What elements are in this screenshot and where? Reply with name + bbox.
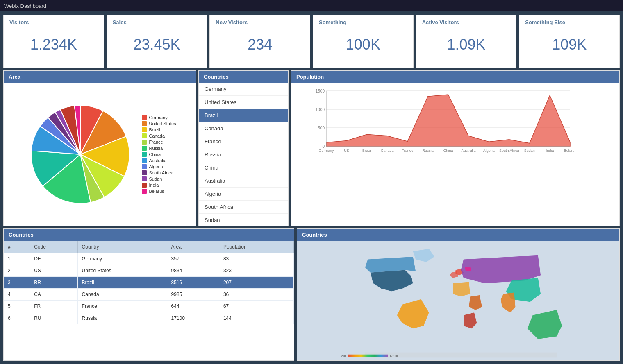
stat-value-something-else: 109K [525, 25, 614, 63]
stat-label-something-else: Something Else [525, 19, 614, 25]
stat-label-something: Something [319, 19, 407, 25]
legend-item: India [142, 183, 176, 188]
svg-text:Algeria: Algeria [483, 149, 495, 153]
stat-value-sales: 23.45K [113, 25, 201, 63]
legend-label: United States [149, 121, 176, 126]
countries-list-item[interactable]: Brazil [199, 109, 288, 122]
countries-list-header: Countries [199, 71, 288, 83]
table-cell-population: 83 [219, 253, 293, 265]
table-row[interactable]: 3 BR Brazil 8516 207 [4, 277, 294, 289]
titlebar-label: Webix Dashboard [4, 3, 46, 9]
legend-color-box [142, 189, 147, 194]
area-chart-content: Germany United States Brazil Canada Fran… [4, 83, 196, 226]
stat-card-something: Something 100K [313, 15, 414, 68]
country-greenland[interactable] [413, 249, 434, 262]
table-col-header: Area [167, 241, 219, 253]
table-cell-population: 323 [219, 265, 293, 277]
table-row[interactable]: 6 RU Russia 17100 144 [4, 312, 294, 324]
legend-label: Belarus [149, 189, 164, 194]
area-panel: Area Germany United States Brazil Canada… [3, 70, 196, 226]
stats-row: Visitors 1.234K Sales 23.45K New Visitor… [3, 15, 620, 68]
stat-card-something-else: Something Else 109K [519, 15, 620, 68]
countries-map-header: Countries [297, 229, 619, 241]
middle-row: Area Germany United States Brazil Canada… [3, 70, 620, 226]
stat-label-active-visitors: Active Visitors [422, 19, 511, 25]
legend-item: Germany [142, 115, 176, 120]
legend-label: Canada [149, 133, 165, 138]
table-col-header: # [4, 241, 30, 253]
legend-item: Brazil [142, 127, 176, 132]
svg-text:South Africa: South Africa [499, 149, 519, 153]
legend-label: Australia [149, 158, 166, 163]
legend-label: India [149, 183, 159, 188]
legend-item: Algeria [142, 164, 176, 169]
country-canada[interactable] [365, 257, 416, 273]
countries-list-item[interactable]: Russia [199, 148, 288, 161]
countries-list-item[interactable]: Australia [199, 174, 288, 188]
table-cell-num: 3 [4, 277, 30, 289]
stat-label-visitors: Visitors [9, 19, 98, 25]
countries-list-item[interactable]: France [199, 135, 288, 148]
area-panel-header: Area [4, 71, 196, 83]
legend-label: South Africa [149, 170, 173, 175]
table-row[interactable]: 2 US United States 9834 323 [4, 265, 294, 277]
countries-table-panel: Countries #CodeCountryAreaPopulation 1 D… [3, 228, 294, 361]
table-cell-area: 357 [167, 253, 219, 265]
legend-label: Brazil [149, 127, 160, 132]
legend-label: France [149, 140, 163, 145]
pie-legend: Germany United States Brazil Canada Fran… [142, 115, 176, 194]
legend-item: Russia [142, 146, 176, 151]
table-cell-area: 9834 [167, 265, 219, 277]
countries-list-item[interactable]: China [199, 161, 288, 174]
table-row[interactable]: 1 DE Germany 357 83 [4, 253, 294, 265]
countries-list-item[interactable]: Canada [199, 122, 288, 135]
population-panel-header: Population [291, 71, 619, 83]
svg-text:US: US [344, 149, 349, 153]
table-scroll[interactable]: #CodeCountryAreaPopulation 1 DE Germany … [4, 241, 294, 360]
country-south-africa[interactable] [464, 312, 477, 328]
countries-list-panel: Countries GermanyUnited StatesBrazilCana… [198, 70, 289, 226]
population-chart-area: 050010001500GermanyUSBrazilCanadaFranceR… [291, 83, 619, 226]
legend-color-box [142, 121, 147, 126]
svg-text:1500: 1500 [316, 89, 325, 93]
table-cell-population: 36 [219, 289, 293, 301]
svg-text:Germany: Germany [318, 149, 334, 153]
legend-color-box [142, 115, 147, 120]
country-algeria[interactable] [453, 282, 470, 297]
legend-item: South Africa [142, 170, 176, 175]
table-cell-area: 644 [167, 301, 219, 312]
table-cell-num: 2 [4, 265, 30, 277]
table-cell-population: 207 [219, 277, 293, 289]
legend-color-box [142, 133, 147, 138]
countries-list-item[interactable]: South Africa [199, 201, 288, 214]
titlebar: Webix Dashboard [0, 0, 623, 11]
countries-list-item[interactable]: Germany [199, 83, 288, 96]
country-france[interactable] [450, 271, 458, 278]
stat-value-something: 100K [319, 25, 407, 63]
legend-label: China [149, 152, 161, 157]
country-usa[interactable] [371, 270, 413, 291]
stat-label-new-visitors: New Visitors [216, 19, 304, 25]
country-brazil[interactable] [397, 299, 429, 328]
legend-color-box [142, 183, 147, 188]
table-col-header: Country [77, 241, 167, 253]
table-row[interactable]: 4 CA Canada 9985 36 [4, 289, 294, 301]
countries-list-item[interactable]: Algeria [199, 188, 288, 201]
countries-list-item[interactable]: United States [199, 96, 288, 109]
country-belarus[interactable] [465, 267, 471, 271]
country-india[interactable] [501, 293, 516, 313]
table-cell-code: FR [30, 301, 77, 312]
country-australia[interactable] [528, 310, 562, 339]
country-sudan[interactable] [469, 295, 482, 310]
stat-card-sales: Sales 23.45K [107, 15, 207, 68]
countries-map-panel: Countries 208 17,100 [297, 228, 620, 361]
legend-item: United States [142, 121, 176, 126]
countries-list[interactable]: GermanyUnited StatesBrazilCanadaFranceRu… [199, 83, 288, 226]
svg-text:1000: 1000 [316, 107, 325, 112]
table-cell-area: 17100 [167, 312, 219, 324]
stat-value-visitors: 1.234K [9, 25, 98, 63]
table-row[interactable]: 5 FR France 644 67 [4, 301, 294, 312]
svg-text:Belarus: Belarus [564, 149, 574, 153]
countries-list-item[interactable]: Sudan [199, 214, 288, 226]
main-content: Visitors 1.234K Sales 23.45K New Visitor… [0, 11, 623, 364]
